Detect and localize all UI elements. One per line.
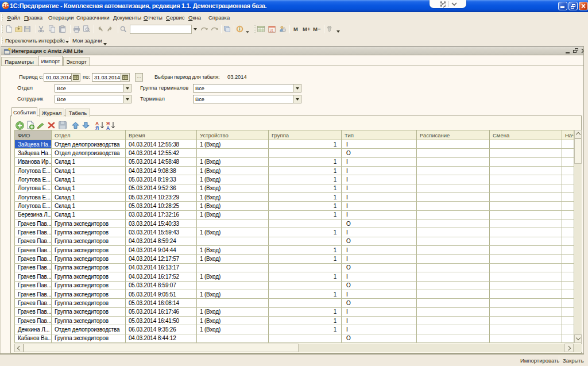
svg-text:А: А: [106, 125, 110, 130]
svg-text:31: 31: [269, 28, 274, 32]
svg-text:Я: Я: [95, 125, 99, 130]
